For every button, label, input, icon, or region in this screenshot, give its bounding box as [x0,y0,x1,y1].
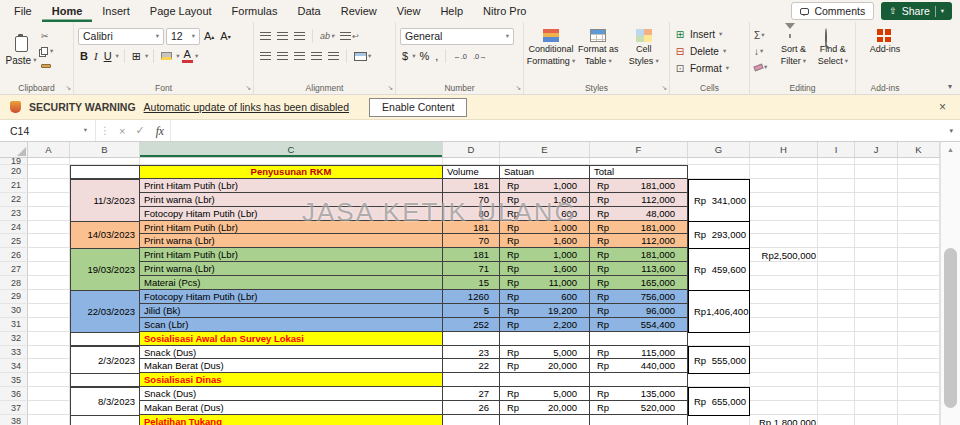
cell-D38[interactable] [443,415,500,425]
cell-styles-button[interactable]: Cell Styles▾ [623,25,666,80]
row-header-22[interactable]: 22 [0,193,28,207]
tab-page-layout[interactable]: Page Layout [140,0,222,22]
cell-J34[interactable] [855,359,898,373]
cut-button[interactable]: ✂ [41,30,53,42]
row-header-36[interactable]: 36 [0,387,28,401]
cell-E25[interactable]: Rp1,600 [500,234,590,248]
format-cells-button[interactable]: ⊡Format▾ [674,60,745,77]
cell-D34[interactable]: 22 [443,359,500,373]
column-header-K[interactable]: K [898,142,940,157]
cell-I30[interactable] [818,304,855,318]
scrollbar-thumb[interactable] [944,248,957,408]
tab-view[interactable]: View [387,0,431,22]
row-header-31[interactable]: 31 [0,318,28,332]
cell-J21[interactable] [855,179,898,193]
cell-I21[interactable] [818,179,855,193]
cell-F24[interactable]: Rp181,000 [590,221,688,235]
format-as-table-button[interactable]: Format as Table▾ [577,25,620,80]
cell-B20[interactable] [70,165,140,179]
share-dropdown-icon[interactable]: ▾ [941,8,944,15]
autosum-button[interactable]: Σ▾ [754,28,772,42]
cell-D32[interactable] [443,332,500,346]
cell-A23[interactable] [28,207,70,221]
italic-button[interactable]: I [92,48,100,64]
cell-E21[interactable]: Rp1,000 [500,179,590,193]
tab-insert[interactable]: Insert [92,0,140,22]
cell-H20[interactable] [750,165,818,179]
fill-color-button[interactable] [159,48,174,64]
cell-E27[interactable]: Rp1,600 [500,262,590,276]
font-color-button[interactable]: A [182,50,193,63]
comments-button[interactable]: Comments [791,2,874,20]
cell-B19[interactable] [70,158,140,165]
cell-H35[interactable] [750,373,818,387]
cell-H29[interactable] [750,290,818,304]
tab-home[interactable]: Home [42,0,93,22]
cell-I37[interactable] [818,401,855,415]
cell-J31[interactable] [855,318,898,332]
cell-H37[interactable] [750,401,818,415]
cell-A20[interactable] [28,165,70,179]
merge-center-button[interactable]: ▾ [352,48,373,64]
cell-B32[interactable] [70,332,140,346]
cell-A38[interactable] [28,415,70,425]
cell-F28[interactable]: Rp165,000 [590,276,688,290]
cell-H19[interactable] [750,158,818,165]
cell-K19[interactable] [898,158,940,165]
cell-F33[interactable]: Rp115,000 [590,346,688,360]
cell-K28[interactable] [898,276,940,290]
cell-H36[interactable] [750,387,818,401]
cell-I32[interactable] [818,332,855,346]
cell-F35[interactable] [590,373,688,387]
select-all-corner[interactable] [0,142,28,157]
row-header-34[interactable]: 34 [0,359,28,373]
tab-file[interactable]: File [4,0,42,22]
cell-A35[interactable] [28,373,70,387]
cell-C31[interactable]: Scan (Lbr) [140,318,443,332]
row-header-26[interactable]: 26 [0,248,28,262]
column-header-A[interactable]: A [28,142,70,157]
cell-C28[interactable]: Materai (Pcs) [140,276,443,290]
cell-I29[interactable] [818,290,855,304]
cell-H24[interactable] [750,221,818,235]
cell-F25[interactable]: Rp112,000 [590,234,688,248]
cell-J20[interactable] [855,165,898,179]
row-header-21[interactable]: 21 [0,179,28,193]
column-header-F[interactable]: F [590,142,688,157]
cell-F22[interactable]: Rp112,000 [590,193,688,207]
format-painter-button[interactable] [41,60,53,72]
cell-B38[interactable] [70,415,140,425]
cell-H22[interactable] [750,193,818,207]
cell-A33[interactable] [28,346,70,360]
cell-E37[interactable]: Rp20,000 [500,401,590,415]
align-middle-button[interactable] [275,28,290,44]
align-right-button[interactable] [292,48,307,64]
addins-button[interactable]: Add-ins [860,25,910,54]
cell-E23[interactable]: Rp600 [500,207,590,221]
cell-A28[interactable] [28,276,70,290]
cell-K23[interactable] [898,207,940,221]
cell-D22[interactable]: 70 [443,193,500,207]
tab-nitro-pro[interactable]: Nitro Pro [473,0,536,22]
cell-I31[interactable] [818,318,855,332]
cell-A26[interactable] [28,248,70,262]
enable-content-button[interactable]: Enable Content [369,98,467,117]
cell-F36[interactable]: Rp135,000 [590,387,688,401]
cell-H31[interactable] [750,318,818,332]
cell-D27[interactable]: 71 [443,262,500,276]
cell-C20[interactable]: Penyusunan RKM [140,165,443,179]
row-header-35[interactable]: 35 [0,373,28,387]
cell-J33[interactable] [855,346,898,360]
cell-G32[interactable] [688,332,750,346]
cell-F27[interactable]: Rp113,600 [590,262,688,276]
cell-E22[interactable]: Rp1,600 [500,193,590,207]
cell-A24[interactable] [28,221,70,235]
cell-E36[interactable]: Rp5,000 [500,387,590,401]
cell-E28[interactable]: Rp11,000 [500,276,590,290]
column-header-E[interactable]: E [500,142,590,157]
delete-cells-button[interactable]: ⊟Delete▾ [674,43,745,60]
cell-K37[interactable] [898,401,940,415]
row-header-29[interactable]: 29 [0,290,28,304]
cell-G20[interactable] [688,165,750,179]
tab-help[interactable]: Help [430,0,473,22]
